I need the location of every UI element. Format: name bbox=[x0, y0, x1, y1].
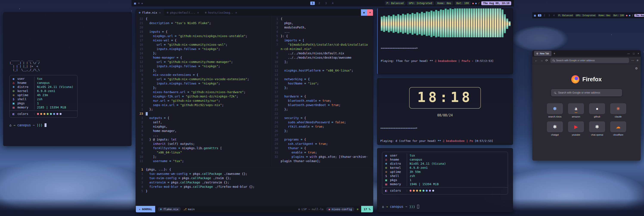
shortcut-chatgpt[interactable]: ✻chatgpt bbox=[547, 121, 563, 136]
editor-tab[interactable]: ❄hosts/isoImag..× bbox=[202, 9, 240, 16]
audio-visualizer bbox=[378, 9, 513, 37]
tag-2[interactable]: 2 bbox=[317, 2, 322, 5]
volume-icon[interactable]: ♪ bbox=[478, 2, 480, 5]
record-icon[interactable]: ● bbox=[626, 14, 628, 17]
hamburger-menu-icon[interactable]: ≡ bbox=[637, 59, 638, 62]
code-line: 3 nur.url = "github:nix-community/nur"; bbox=[136, 99, 270, 103]
pane-pkgs-default-nix[interactable]: 1{pkgs, ...}: {1 tux-awesome-wm-config =… bbox=[136, 166, 373, 206]
tag-3[interactable]: 3 bbox=[324, 2, 328, 5]
shortcut-label: chat.openai bbox=[591, 133, 603, 136]
editor-tab[interactable]: ❄flake.nix× bbox=[136, 9, 164, 16]
pane-iso-image-nix[interactable]: 1{2 pkgs,3 modulesPath,4 ...5}: {6 impor… bbox=[271, 16, 373, 166]
volume-icon[interactable]: ♪ bbox=[632, 14, 634, 17]
record-icon[interactable]: ● bbox=[472, 2, 474, 5]
code-line: 15 inputs.nixpkgs.follows = "nixpkgs"; bbox=[136, 47, 270, 51]
pane-flake-nix[interactable]: 22{21 description = "tux's NixOS Flake";… bbox=[136, 16, 271, 166]
code-line: 4 firefox-mod-blur = pkgs.callPackage ./… bbox=[136, 184, 373, 189]
code-line: 5 nixos-hardware.url = "github:nixos/nix… bbox=[136, 90, 270, 94]
overflow-menu-icon[interactable]: ⋯ bbox=[631, 59, 634, 62]
shortcut-chat.openai[interactable]: ✻chat.openai bbox=[589, 121, 605, 136]
editor-tabline: ❄flake.nix×❄pkgs/default...×❄hosts/isoIm… bbox=[136, 9, 373, 16]
visualizer-window[interactable]: =====================> Playing: ffee for… bbox=[377, 8, 513, 74]
clock-window[interactable]: 18:18 08/08/24 =====================> Pl… bbox=[377, 78, 513, 145]
tab-close-icon[interactable]: × bbox=[159, 11, 161, 14]
code-line: 19 inputs = { bbox=[136, 30, 270, 34]
terminal-cursor bbox=[44, 123, 46, 127]
shortcut-github[interactable]: ●github bbox=[589, 103, 605, 118]
close-button[interactable]: × bbox=[638, 52, 639, 55]
home-icon: ⌂ bbox=[382, 205, 384, 209]
tag-4[interactable]: 4 bbox=[330, 2, 335, 5]
editor-tab[interactable]: ❄pkgs/default...× bbox=[164, 9, 202, 16]
tag-1[interactable]: 1 bbox=[538, 14, 541, 17]
buffer-close-button[interactable]: × bbox=[367, 9, 373, 16]
taglist: 1234 bbox=[310, 0, 335, 7]
url-bar[interactable]: Search with Google or enter address bbox=[550, 58, 629, 63]
uptime-icon: ⊙ bbox=[382, 170, 390, 174]
terminal-window-fetch[interactable]: _____ _ ___ __ |_ _| | | \ \/ / | | | |_… bbox=[3, 12, 132, 146]
shortcut-claude[interactable]: ✳claude bbox=[610, 103, 626, 118]
code-line: 3 astronvim = pkgs.callPackage ./astronv… bbox=[136, 180, 373, 184]
shell-prompt[interactable]: ⌂ → canopus ~ ))) bbox=[382, 205, 508, 209]
code-line: 17 nixos-wsl = { bbox=[136, 38, 270, 43]
new-tab-page: ⚙ Firefox Search with Google or enter ad… bbox=[532, 64, 641, 161]
new-tab-button[interactable]: + bbox=[554, 52, 555, 55]
network-icon[interactable]: ● bbox=[475, 2, 477, 5]
maximize-button[interactable]: □ bbox=[633, 52, 634, 55]
menu-icon[interactable]: ▦ bbox=[134, 2, 136, 5]
shortcut-cloudflare[interactable]: ☁cloudflare bbox=[610, 121, 626, 136]
tag-1[interactable]: 1 bbox=[310, 2, 315, 5]
code-line: 29 ssh.startAgent = true; bbox=[271, 142, 373, 146]
browser-tab[interactable]: New Tab bbox=[534, 51, 552, 56]
code-line: n-cd-minimal.nix" bbox=[271, 47, 373, 51]
tag-2[interactable]: 2 bbox=[542, 14, 546, 17]
status-module: GPU: Integrated bbox=[407, 1, 434, 5]
back-button[interactable]: ← bbox=[535, 59, 538, 62]
now-playing: =====================> Playing: ffee for… bbox=[378, 37, 513, 74]
gear-icon: ⚙ bbox=[298, 207, 300, 211]
buffer-toggle-button[interactable]: ◉ bbox=[361, 9, 367, 16]
newtab-search-field[interactable]: Search with Google or enter address bbox=[551, 89, 622, 96]
forward-button[interactable]: → bbox=[540, 59, 543, 62]
chatgpt-icon: ✻ bbox=[553, 124, 557, 129]
reload-button[interactable]: ⟳ bbox=[546, 59, 548, 62]
shortcut-search.nixos[interactable]: ❄search.nixos bbox=[547, 103, 563, 118]
code-line: 3 nixpkgs, bbox=[136, 124, 270, 129]
status-module: GPU: Integrated bbox=[575, 14, 596, 17]
shell-prompt[interactable]: ⌂ → canopus ~ ))) bbox=[10, 123, 125, 127]
bar-clock[interactable]: Thu Aug 08, 18:18 bbox=[634, 14, 644, 17]
bar-clock[interactable]: Thu Aug 08, 18:18 bbox=[481, 1, 511, 5]
personalize-gear-icon[interactable]: ⚙ bbox=[635, 67, 638, 70]
code-line: 11 bbox=[271, 64, 373, 68]
terminal-cursor bbox=[417, 205, 419, 208]
code-line: 7 inputs.nixpkgs.follows = "nixpkgs"; bbox=[136, 81, 270, 86]
tag-4[interactable]: 4 bbox=[552, 14, 556, 17]
code-line: 17 bbox=[271, 90, 373, 94]
minimize-button[interactable]: — bbox=[628, 52, 630, 55]
tab-close-icon[interactable]: × bbox=[235, 11, 237, 14]
shortcut-youtube[interactable]: ▶youtube bbox=[568, 121, 584, 136]
firefox-window[interactable]: New Tab + — □ × ← → ⟳ Search with Google… bbox=[532, 50, 641, 161]
search-icon bbox=[552, 60, 554, 61]
code-line: 18 hardware = { bbox=[271, 94, 373, 99]
terminal-window-fetch-2[interactable]: ◉usertux⌂hnamecanopus❄distroNixOS 24.11 … bbox=[377, 148, 513, 212]
nix-file-icon: ❄ bbox=[167, 11, 168, 14]
top-bar-main: ▦ ❄ ◈ 1234 P: BalancedGPU: IntegratedHom… bbox=[132, 0, 514, 7]
editor-window[interactable]: ❄flake.nix×❄pkgs/default...×❄hosts/isoIm… bbox=[136, 9, 373, 212]
youtube-icon: ▶ bbox=[574, 124, 578, 129]
code-line: 14 }; bbox=[136, 51, 270, 55]
code-line: 8 url = "github:nix-community/nix-vscode… bbox=[136, 77, 270, 81]
code-line: 8 forAllSystems = nixpkgs.lib.genAttrs [ bbox=[136, 146, 270, 150]
firefox-tabbar: New Tab + — □ × bbox=[532, 50, 641, 57]
menu-icon[interactable]: ▦ bbox=[534, 14, 536, 17]
nix-launcher-icon[interactable]: ❄ bbox=[138, 2, 140, 5]
tag-3[interactable]: 3 bbox=[548, 14, 551, 17]
git-branch: ⎇main bbox=[184, 207, 194, 211]
apps-launcher-icon[interactable]: ◈ bbox=[142, 2, 143, 5]
fetch-colors-row: ◧colors bbox=[10, 112, 77, 116]
network-icon[interactable]: ● bbox=[629, 14, 630, 17]
shortcut-label: claude bbox=[615, 115, 622, 118]
shortcut-amazon[interactable]: a‿amazon bbox=[568, 103, 584, 118]
fetch-row: $shellzsh bbox=[382, 174, 508, 178]
tab-close-icon[interactable]: × bbox=[197, 11, 199, 14]
